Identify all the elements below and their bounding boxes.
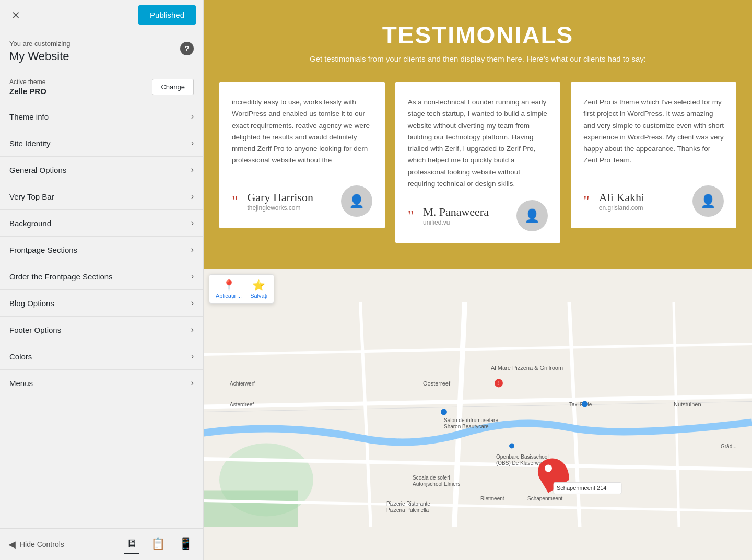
map-background: Oosterreef Al Mare Pizzeria & Grillroom … [204, 269, 752, 560]
nav-item-very-top-bar[interactable]: Very Top Bar › [0, 183, 203, 210]
author-info: Gary Harrison thejingleworks.com [247, 191, 313, 212]
author-name: Ali Kakhi [599, 191, 644, 204]
nav-item-label: General Options [9, 166, 66, 174]
card-text: As a non-technical Founder running an ea… [408, 97, 548, 190]
tooltip-icons: 📍 Aplicații ... ⭐ Salvați [216, 279, 267, 299]
chevron-right-icon: › [191, 325, 194, 334]
nav-item-label: Blog Options [9, 299, 54, 308]
nav-item-colors[interactable]: Colors › [0, 343, 203, 370]
chevron-right-icon: › [191, 112, 194, 121]
nav-item-label: Site Identity [9, 139, 50, 148]
author-site: thejingleworks.com [247, 204, 313, 212]
avatar: 👤 [516, 200, 548, 231]
chevron-right-icon: › [191, 352, 194, 361]
active-theme-info: Active theme Zelle PRO [9, 78, 46, 96]
svg-text:Schapenmeent 214: Schapenmeent 214 [557, 485, 606, 492]
star-icon: ⭐ [252, 279, 265, 291]
chevron-right-icon: › [191, 218, 194, 228]
nav-item-background[interactable]: Background › [0, 210, 203, 237]
desktop-icon[interactable]: 🖥 [124, 535, 139, 554]
nav-item-label: Very Top Bar [9, 192, 54, 201]
mobile-icon[interactable]: 📱 [177, 535, 195, 554]
nav-item-label: Menus [9, 379, 33, 388]
published-button[interactable]: Published [138, 5, 196, 25]
active-theme-section: Active theme Zelle PRO Change [0, 71, 203, 103]
nav-item-label: Order the Frontpage Sections [9, 272, 113, 281]
customizing-text: You are customizing My Website [9, 40, 70, 63]
svg-text:Nutstuinen: Nutstuinen [674, 402, 701, 408]
map-save-button[interactable]: ⭐ Salvați [250, 279, 267, 299]
quote-icon: " [583, 194, 589, 208]
svg-text:Salon de înfrumusețare: Salon de înfrumusețare [444, 418, 498, 424]
arrow-left-icon: ◀ [8, 539, 16, 550]
tablet-icon[interactable]: 📋 [149, 535, 167, 554]
panel-bottom: ◀ Hide Controls 🖥 📋 📱 [0, 528, 203, 560]
device-icons: 🖥 📋 📱 [124, 535, 195, 554]
map-pin-icon: 📍 [222, 279, 236, 291]
svg-text:Pizzerie Ristorante: Pizzerie Ristorante [386, 501, 430, 507]
help-icon[interactable]: ? [180, 42, 194, 55]
card-author: " Gary Harrison thejingleworks.com 👤 [232, 185, 372, 217]
nav-item-label: Theme info [9, 112, 49, 121]
hide-controls-button[interactable]: ◀ Hide Controls [8, 539, 64, 550]
svg-point-34 [545, 465, 552, 472]
author-site: en.grisland.com [599, 204, 644, 212]
quote-icon: " [408, 208, 414, 223]
svg-text:Asterdreef: Asterdreef [230, 402, 254, 408]
card-author: " M. Panaweera unified.vu 👤 [408, 200, 548, 231]
active-theme-name: Zelle PRO [9, 87, 46, 96]
nav-item-label: Colors [9, 352, 32, 361]
nav-item-menus[interactable]: Menus › [0, 370, 203, 396]
nav-item-general-options[interactable]: General Options › [0, 157, 203, 183]
svg-text:Autorijschool Elmers: Autorijschool Elmers [413, 482, 460, 487]
chevron-right-icon: › [191, 138, 194, 148]
testimonial-card-2: Zerif Pro is theme which I've selected f… [571, 82, 736, 228]
chevron-right-icon: › [191, 245, 194, 254]
testimonials-cards: incredibly easy to use, works lessly wit… [219, 82, 736, 243]
testimonials-section: TESTIMONIALS Get testimonials from your … [204, 0, 752, 269]
author-info: M. Panaweera unified.vu [423, 205, 489, 226]
svg-point-31 [582, 401, 588, 407]
nav-item-footer-options[interactable]: Footer Options › [0, 317, 203, 343]
author-info: Ali Kakhi en.grisland.com [599, 191, 644, 212]
testimonials-title: TESTIMONIALS [219, 21, 736, 49]
customizing-section: You are customizing My Website ? [0, 30, 203, 71]
svg-text:!: ! [497, 381, 499, 387]
chevron-right-icon: › [191, 192, 194, 201]
chevron-right-icon: › [191, 165, 194, 174]
svg-text:Taxi Petie: Taxi Petie [569, 402, 592, 408]
map-svg: Oosterreef Al Mare Pizzeria & Grillroom … [204, 269, 752, 560]
quote-icon: " [232, 194, 238, 208]
svg-text:Schapenmeent: Schapenmeent [527, 496, 562, 502]
nav-item-site-identity[interactable]: Site Identity › [0, 130, 203, 157]
map-tooltip: 📍 Aplicații ... ⭐ Salvați [209, 274, 274, 304]
avatar: 👤 [692, 185, 724, 217]
nav-item-label: Footer Options [9, 325, 61, 334]
svg-text:Al Mare Pizzeria & Grillroom: Al Mare Pizzeria & Grillroom [491, 365, 563, 371]
site-name: My Website [9, 50, 70, 63]
svg-text:Openbare Basisschool: Openbare Basisschool [496, 454, 549, 460]
svg-rect-2 [204, 491, 298, 527]
author-name: Gary Harrison [247, 191, 313, 204]
svg-point-33 [509, 444, 514, 449]
panel-nav: Theme info › Site Identity › General Opt… [0, 103, 203, 528]
nav-item-label: Frontpage Sections [9, 246, 77, 254]
svg-text:Sharon Beautycare: Sharon Beautycare [444, 424, 489, 430]
active-theme-label: Active theme [9, 78, 46, 86]
map-aplicatii-button[interactable]: 📍 Aplicații ... [216, 279, 242, 299]
customizing-label: You are customizing [9, 40, 70, 48]
testimonials-subtitle: Get testimonials from your clients and t… [219, 54, 736, 63]
close-button[interactable]: ✕ [7, 7, 25, 24]
svg-text:Pizzeria Pulcinella: Pizzeria Pulcinella [386, 508, 429, 514]
nav-item-order-frontpage[interactable]: Order the Frontpage Sections › [0, 263, 203, 290]
chevron-right-icon: › [191, 272, 194, 281]
nav-item-blog-options[interactable]: Blog Options › [0, 290, 203, 317]
change-theme-button[interactable]: Change [152, 79, 194, 95]
nav-item-theme-info[interactable]: Theme info › [0, 103, 203, 130]
preview-area: TESTIMONIALS Get testimonials from your … [204, 0, 752, 560]
avatar: 👤 [341, 185, 372, 217]
card-text: incredibly easy to use, works lessly wit… [232, 97, 372, 175]
chevron-right-icon: › [191, 378, 194, 388]
customizer-panel: ✕ Published You are customizing My Websi… [0, 0, 204, 560]
nav-item-frontpage-sections[interactable]: Frontpage Sections › [0, 237, 203, 263]
